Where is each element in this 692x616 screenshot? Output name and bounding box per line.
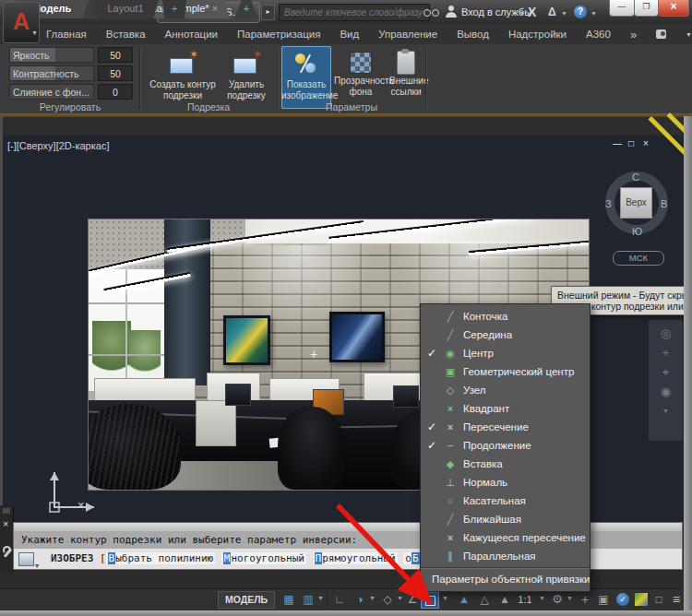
file-tab-close-icon[interactable]: ×: [212, 3, 218, 14]
help-caret-icon[interactable]: ▼: [591, 10, 597, 17]
navbar-caret-icon[interactable]: ▾: [663, 405, 667, 417]
ribbon-state-caret-icon[interactable]: ▼: [686, 31, 692, 38]
snap-caret-icon[interactable]: ▼: [317, 595, 324, 601]
steering-wheel-icon[interactable]: ◎: [661, 327, 671, 339]
external-references-button[interactable]: Внешниессылки: [389, 46, 423, 109]
autodesk-app-caret-icon[interactable]: ▼: [561, 10, 567, 17]
menu-item-insertion[interactable]: ◆Вставка: [421, 455, 590, 473]
customization-menu-icon[interactable]: ≡: [668, 591, 685, 608]
annotation-scale-value[interactable]: 1:1: [513, 591, 537, 608]
autodesk-app-icon[interactable]: Δ: [548, 6, 556, 18]
menu-item-apparent-intersection[interactable]: ×Кажущееся пересечение: [421, 528, 590, 547]
panel-clip-title[interactable]: Подрезка: [142, 101, 275, 113]
menu-item-geometric-center[interactable]: ▣Геометрический центр: [421, 362, 590, 381]
tab-parametric[interactable]: Параметризация: [237, 29, 320, 40]
tab-output[interactable]: Вывод: [457, 29, 489, 40]
menu-item-perpendicular[interactable]: ⊥Нормаль: [421, 473, 590, 492]
doc-close-icon[interactable]: ×: [643, 138, 649, 148]
background-transparency-button[interactable]: Прозрачностьфона: [334, 46, 388, 109]
sign-in-caret-icon[interactable]: ▼: [519, 10, 525, 17]
help-icon[interactable]: ?: [574, 6, 587, 18]
orbit-icon[interactable]: ◉: [661, 385, 671, 397]
recent-commands-caret-icon[interactable]: ▼: [35, 556, 39, 569]
window-minimize-button[interactable]: —: [609, 0, 635, 17]
autoscale-icon[interactable]: △: [476, 591, 493, 608]
brightness-slider[interactable]: Яркость 50: [9, 47, 135, 63]
remove-clipping-button[interactable]: ✶ Удалитьподрезку: [221, 46, 271, 101]
workspace-gear-icon[interactable]: ⚙: [550, 591, 565, 608]
search-binoculars-icon2[interactable]: [432, 9, 439, 17]
layout-tab-new-icon[interactable]: +: [162, 0, 186, 18]
tab-insert[interactable]: Вставка: [106, 29, 146, 40]
workspace-caret-icon[interactable]: ▼: [567, 595, 573, 601]
panel-options-title[interactable]: Параметры: [279, 101, 424, 113]
tab-view[interactable]: Вид: [340, 29, 359, 40]
menu-item-midpoint[interactable]: ╱Середина: [421, 326, 590, 344]
option-polygonal[interactable]: Многоугольный: [221, 552, 306, 564]
fade-slider[interactable]: Слияние с фон... 0: [9, 84, 135, 100]
layout-tab-layout1[interactable]: Layout1: [92, 0, 159, 18]
snap-icon[interactable]: ▥: [301, 591, 316, 608]
contrast-value[interactable]: 50: [98, 65, 133, 81]
contrast-slider[interactable]: Контрастность 50: [9, 65, 135, 81]
commandline-close-icon[interactable]: ×: [3, 518, 8, 529]
menu-item-intersection[interactable]: ✓×Пересечение: [421, 418, 590, 436]
plus-tray-icon[interactable]: +: [578, 591, 592, 608]
menu-item-tangent[interactable]: ○Касательная: [421, 492, 590, 510]
panel-adjust-title[interactable]: Регулировать: [4, 101, 137, 113]
object-snap-caret-icon[interactable]: ▼: [442, 595, 448, 601]
viewport-controls-label[interactable]: [-][Сверху][2D-каркас]: [7, 140, 109, 151]
viewcube-south[interactable]: Ю: [632, 226, 642, 237]
window-close-button[interactable]: ×: [658, 0, 689, 17]
exchange-apps-icon[interactable]: X: [528, 5, 536, 19]
menu-item-endpoint[interactable]: ╱Конточка: [421, 307, 590, 326]
doc-title-expand-icon[interactable]: ▸: [261, 5, 275, 20]
tab-overflow-chevron-icon[interactable]: »: [630, 28, 637, 41]
scale-caret-icon[interactable]: ▼: [539, 595, 545, 601]
fade-value[interactable]: 0: [98, 84, 133, 100]
camera-icon[interactable]: [656, 30, 666, 39]
brightness-value[interactable]: 50: [98, 47, 133, 63]
app-menu-button[interactable]: A: [3, 2, 40, 43]
menu-item-nearest[interactable]: ╱Ближайшая: [421, 510, 590, 528]
menu-item-parallel[interactable]: ∥Параллельная: [421, 547, 590, 565]
isolate-objects-icon[interactable]: ▣: [596, 591, 611, 608]
palette-grip-icon[interactable]: [3, 508, 10, 514]
viewcube-west[interactable]: З: [605, 198, 612, 209]
menu-item-center[interactable]: ✓◉Центр: [421, 344, 590, 362]
doc-minimize-icon[interactable]: —: [613, 138, 622, 148]
tab-annotate[interactable]: Аннотации: [165, 29, 218, 40]
help-search-input[interactable]: [279, 4, 430, 21]
zoom-icon[interactable]: ⌖: [662, 366, 669, 378]
performance-tuner-icon[interactable]: [635, 593, 648, 606]
menu-item-extension[interactable]: ✓┄Продолжение: [421, 436, 590, 455]
clean-screen-icon[interactable]: □: [651, 591, 666, 608]
viewcube-top-face[interactable]: Верх: [620, 187, 652, 219]
commandline-wrench-icon[interactable]: [3, 546, 12, 559]
annotation-scale-icon[interactable]: ▲: [496, 591, 513, 608]
tab-a360[interactable]: A360: [586, 29, 611, 40]
tab-home[interactable]: Главная: [46, 29, 87, 40]
wcs-button[interactable]: МСК: [613, 251, 664, 266]
navigation-bar[interactable]: ◎ + ⌖ ◉ ▾: [649, 320, 683, 441]
commandline-titlebar[interactable]: ×: [0, 505, 14, 572]
status-model-button[interactable]: МОДЕЛЬ: [218, 591, 275, 609]
option-select-polyline[interactable]: Выбрать полилинию: [106, 552, 216, 564]
menu-item-osnap-settings[interactable]: Параметры объектной привязки...: [421, 570, 590, 588]
search-binoculars-icon[interactable]: [424, 9, 431, 17]
tab-addins[interactable]: Надстройки: [508, 29, 567, 40]
pan-icon[interactable]: +: [662, 347, 670, 359]
grid-icon[interactable]: ▦: [280, 591, 297, 608]
viewcube-north[interactable]: С: [632, 172, 639, 183]
menu-item-node[interactable]: ◇Узел: [421, 381, 590, 399]
viewcube-east[interactable]: В: [661, 198, 667, 209]
recent-commands-icon[interactable]: [18, 552, 34, 566]
window-maximize-button[interactable]: ❐: [634, 0, 659, 17]
annotation-visibility-icon[interactable]: ▲: [456, 591, 472, 608]
show-image-button[interactable]: Показатьизображение: [281, 46, 331, 109]
menu-item-quadrant[interactable]: ×Квадрант: [421, 399, 590, 418]
create-clip-boundary-button[interactable]: ✶ Создать контурподрезки: [146, 46, 220, 101]
hardware-acceleration-icon[interactable]: ✓: [616, 593, 629, 606]
doc-restore-icon[interactable]: □: [628, 138, 634, 148]
tab-manage[interactable]: Управление: [378, 29, 437, 40]
